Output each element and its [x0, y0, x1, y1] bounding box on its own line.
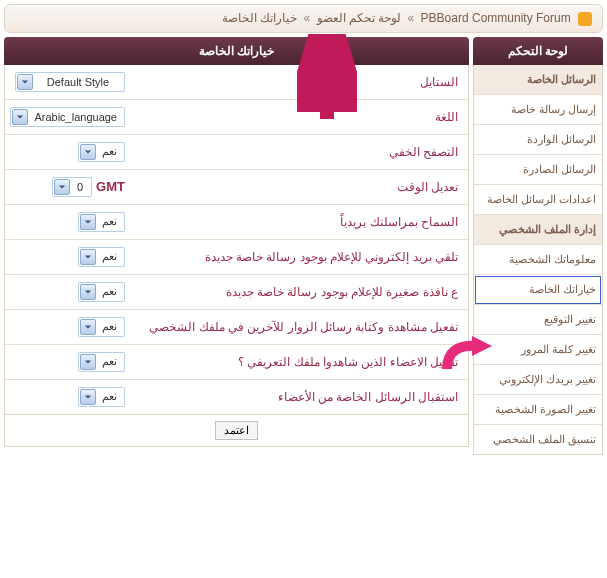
select-value: نعم	[96, 319, 123, 334]
select[interactable]: نعم	[78, 142, 125, 162]
chevron-down-icon[interactable]	[80, 389, 96, 405]
setting-control: Arabic_language	[5, 101, 135, 133]
setting-label: الستايل	[135, 65, 468, 99]
select-value: نعم	[96, 284, 123, 299]
setting-row: تفعيل الاعضاء الذين شاهدوا ملفك التعريفي…	[5, 345, 468, 380]
sidebar-item[interactable]: تنسيق الملف الشخصي	[474, 425, 602, 454]
chevron-down-icon[interactable]	[80, 214, 96, 230]
chevron-down-icon[interactable]	[80, 249, 96, 265]
select-value: نعم	[96, 354, 123, 369]
breadcrumb-sep: »	[304, 11, 311, 25]
setting-control: نعم	[5, 136, 135, 168]
setting-control: 0GMT	[5, 171, 135, 203]
select[interactable]: Arabic_language	[10, 107, 125, 127]
setting-control: نعم	[5, 346, 135, 378]
setting-control: نعم	[5, 276, 135, 308]
select-value: نعم	[96, 249, 123, 264]
sidebar-item[interactable]: خياراتك الخاصة	[474, 275, 602, 305]
chevron-down-icon[interactable]	[12, 109, 28, 125]
breadcrumb-forum[interactable]: PBBoard Community Forum	[421, 11, 571, 25]
setting-label: استقبال الرسائل الخاصة من الأعضاء	[135, 380, 468, 414]
chevron-down-icon[interactable]	[17, 74, 33, 90]
chevron-down-icon[interactable]	[80, 284, 96, 300]
sidebar-title: لوحة التحكم	[473, 37, 603, 65]
sidebar: لوحة التحكم الرسائل الخاصةإرسال رسالة خا…	[473, 37, 603, 455]
select-value: نعم	[96, 144, 123, 159]
gmt-label: GMT	[96, 179, 125, 194]
setting-control: نعم	[5, 206, 135, 238]
setting-control: Default Style	[5, 66, 135, 98]
setting-row: ع نافذة صغيرة للإعلام بوجود رسالة خاصة ج…	[5, 275, 468, 310]
setting-label: اللغة	[135, 100, 468, 134]
main-panel: خياراتك الخاصة الستايلDefault Styleاللغة…	[4, 37, 469, 455]
chevron-down-icon[interactable]	[80, 319, 96, 335]
select-value: نعم	[96, 389, 123, 404]
submit-button[interactable]: اعتمد	[215, 421, 258, 440]
breadcrumb-cp[interactable]: لوحة تحكم العضو	[317, 11, 402, 25]
setting-label: ع نافذة صغيرة للإعلام بوجود رسالة خاصة ج…	[135, 275, 468, 309]
select[interactable]: Default Style	[15, 72, 125, 92]
breadcrumb-page: خياراتك الخاصة	[222, 11, 297, 25]
select-value: 0	[70, 180, 90, 194]
sidebar-item[interactable]: معلوماتك الشخصية	[474, 245, 602, 275]
chevron-down-icon[interactable]	[54, 179, 70, 195]
select-value: Arabic_language	[28, 110, 123, 124]
setting-label: تلقي بريد إلكتروني للإعلام بوجود رسالة خ…	[135, 240, 468, 274]
chevron-down-icon[interactable]	[80, 144, 96, 160]
sidebar-item[interactable]: تغيير بريدك الإلكتروني	[474, 365, 602, 395]
setting-control: نعم	[5, 381, 135, 413]
setting-label: التصفح الخفي	[135, 135, 468, 169]
setting-row: السماح بمراسلتك بريدياًنعم	[5, 205, 468, 240]
sidebar-item[interactable]: تغيير التوقيع	[474, 305, 602, 335]
setting-control: نعم	[5, 311, 135, 343]
sidebar-item[interactable]: اعدادات الرسائل الخاصة	[474, 185, 602, 215]
sidebar-item[interactable]: تغيير الصورة الشخصية	[474, 395, 602, 425]
main-title: خياراتك الخاصة	[4, 37, 469, 65]
setting-row: استقبال الرسائل الخاصة من الأعضاءنعم	[5, 380, 468, 414]
breadcrumb-sep: »	[408, 11, 415, 25]
setting-row: تلقي بريد إلكتروني للإعلام بوجود رسالة خ…	[5, 240, 468, 275]
select[interactable]: نعم	[78, 282, 125, 302]
setting-label: تفعيل مشاهدة وكتابة رسائل الزوار للآخرين…	[135, 310, 468, 344]
setting-row: تعديل الوقت0GMT	[5, 170, 468, 205]
forum-icon	[578, 12, 592, 26]
setting-row: الستايلDefault Style	[5, 65, 468, 100]
sidebar-item[interactable]: إرسال رسالة خاصة	[474, 95, 602, 125]
setting-label: السماح بمراسلتك بريدياً	[135, 205, 468, 239]
select[interactable]: نعم	[78, 352, 125, 372]
select-value: Default Style	[33, 75, 123, 89]
chevron-down-icon[interactable]	[80, 354, 96, 370]
setting-row: اللغةArabic_language	[5, 100, 468, 135]
setting-row: التصفح الخفينعم	[5, 135, 468, 170]
sidebar-item[interactable]: تغيير كلمة المرور	[474, 335, 602, 365]
select[interactable]: نعم	[78, 247, 125, 267]
select-value: نعم	[96, 214, 123, 229]
sidebar-item: الرسائل الخاصة	[474, 65, 602, 95]
setting-control: نعم	[5, 241, 135, 273]
sidebar-item[interactable]: الرسائل الواردة	[474, 125, 602, 155]
setting-row: تفعيل مشاهدة وكتابة رسائل الزوار للآخرين…	[5, 310, 468, 345]
breadcrumb: PBBoard Community Forum » لوحة تحكم العض…	[4, 4, 603, 33]
select[interactable]: 0	[52, 177, 92, 197]
setting-label: تفعيل الاعضاء الذين شاهدوا ملفك التعريفي…	[135, 345, 468, 379]
select[interactable]: نعم	[78, 387, 125, 407]
sidebar-item: إدارة الملف الشخصي	[474, 215, 602, 245]
select[interactable]: نعم	[78, 212, 125, 232]
sidebar-item[interactable]: الرسائل الصادرة	[474, 155, 602, 185]
select[interactable]: نعم	[78, 317, 125, 337]
setting-label: تعديل الوقت	[135, 170, 468, 204]
